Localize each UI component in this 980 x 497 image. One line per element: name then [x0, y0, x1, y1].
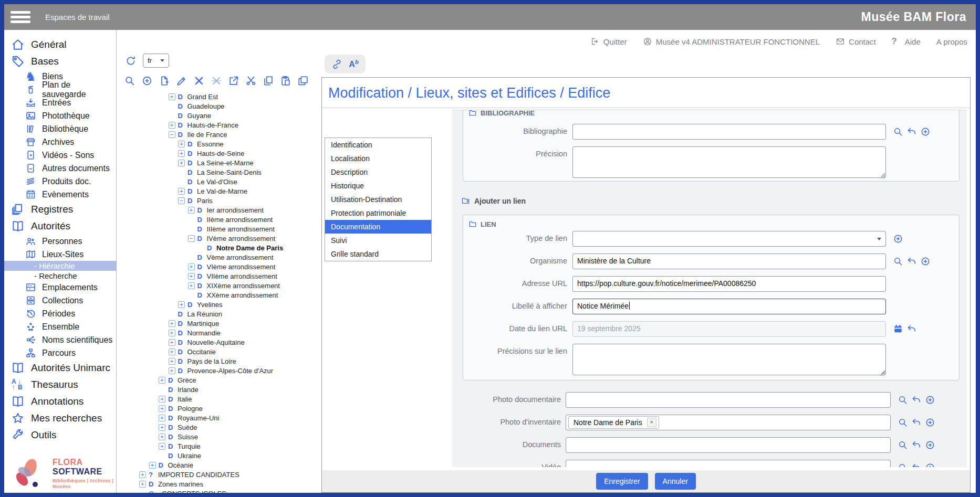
- undo-icon[interactable]: [906, 324, 917, 334]
- add-circle-icon[interactable]: [893, 234, 903, 244]
- tab-utilisation-destination[interactable]: Utilisation-Destination: [325, 193, 431, 206]
- sidebar-item-autorites[interactable]: Autorités: [4, 218, 116, 235]
- tree-node-guyane[interactable]: DGuyane: [117, 111, 321, 120]
- sidebar-item-noms-scientifiques[interactable]: Noms scientifiques: [4, 333, 116, 346]
- sidebar-item-annotations[interactable]: Annotations: [4, 393, 116, 410]
- sidebar-item-autres-documents[interactable]: Autres documents: [4, 162, 116, 175]
- tree-node-la-seine-et-marne[interactable]: +DLa Seine-et-Marne: [117, 158, 321, 167]
- photo-documentaire-input[interactable]: [566, 392, 891, 408]
- sidebar-item-periodes[interactable]: Périodes: [4, 307, 116, 320]
- delete-icon[interactable]: [193, 75, 205, 87]
- expand-plus-icon[interactable]: +: [188, 207, 195, 214]
- resize-handle-icon[interactable]: [880, 173, 885, 178]
- add-circle-icon[interactable]: [925, 462, 935, 467]
- tab-localisation[interactable]: Localisation: [325, 152, 431, 165]
- sidebar-item-videos-sons[interactable]: Vidéos - Sons: [4, 149, 116, 162]
- sidebar-item-plan-de-sauvegarde[interactable]: Plan de sauvegarde: [4, 83, 116, 96]
- tree-node-xx-me-arrondissement[interactable]: DXXème arrondissement: [117, 290, 321, 300]
- sidebar-item-parcours[interactable]: Parcours: [4, 346, 116, 359]
- tree-node-provence-alpes-c-te-d-azur[interactable]: +DProvence-Alpes-Côte d'Azur: [117, 366, 321, 375]
- organisme-input[interactable]: Ministère de la Culture: [572, 253, 886, 269]
- tree-node-le-val-de-marne[interactable]: +DLe Val-de-Marne: [117, 186, 321, 196]
- edit-icon[interactable]: [176, 75, 187, 87]
- duplicate-icon[interactable]: [297, 75, 309, 87]
- tree-node-notre-dame-de-paris[interactable]: DNotre Dame de Paris: [117, 243, 321, 252]
- tree-node-la-seine-saint-denis[interactable]: DLa Seine-Saint-Denis: [117, 167, 321, 177]
- tree-node-oc-anie[interactable]: +DOcéanie: [117, 460, 321, 470]
- tree-node-occitanie[interactable]: +DOccitanie: [117, 347, 321, 356]
- add-circle-icon[interactable]: [925, 417, 935, 428]
- sidebar-item-personnes[interactable]: Personnes: [4, 235, 116, 248]
- tree-node-grand-est[interactable]: +DGrand Est: [117, 92, 321, 101]
- sidebar-item-phototheque[interactable]: Photothèque: [4, 109, 116, 122]
- undo-icon[interactable]: [911, 417, 922, 428]
- sidebar-item-autorites-unimarc[interactable]: Autorités Unimarc: [4, 359, 116, 376]
- tree-node-xix-me-arrondissement[interactable]: +DXIXème arrondissement: [117, 281, 321, 290]
- tree-node-normandie[interactable]: +DNormandie: [117, 328, 321, 337]
- sidebar-item-recherche[interactable]: - Recherche: [4, 271, 116, 281]
- tree-node-v-me-arrondissement[interactable]: DVème arrondissement: [117, 252, 321, 262]
- tree-node-ii-me-arrondissement[interactable]: DIIème arrondissement: [117, 215, 321, 224]
- collapse-minus-icon[interactable]: −: [169, 131, 175, 138]
- expand-plus-icon[interactable]: +: [178, 150, 185, 157]
- collapse-minus-icon[interactable]: −: [188, 235, 195, 242]
- tree-node-concepts-isoles[interactable]: O_CONCEPTS ISOLES: [117, 489, 321, 493]
- tab-protection-patrimoniale[interactable]: Protection patrimoniale: [325, 206, 431, 220]
- link-a-propos[interactable]: A propos: [936, 37, 967, 46]
- type-de-lien-select[interactable]: [572, 231, 886, 247]
- sidebar-item-thesaurus[interactable]: A↓↑BThesaurus: [4, 376, 116, 393]
- link-contact[interactable]: Contact: [836, 37, 876, 46]
- tab-suivi[interactable]: Suivi: [325, 234, 431, 247]
- adresse-url-input[interactable]: https://pop.culture.gouv.fr/notice/merim…: [572, 276, 886, 292]
- expand-plus-icon[interactable]: +: [169, 367, 175, 374]
- add-circle-icon[interactable]: [925, 395, 935, 405]
- search-icon[interactable]: [124, 75, 135, 87]
- search-icon[interactable]: [898, 440, 908, 450]
- photo-d-inventaire-input[interactable]: Notre Dame de Paris×: [566, 415, 891, 430]
- tab-identification[interactable]: Identification: [325, 138, 431, 152]
- delete-disabled-icon[interactable]: [211, 75, 222, 87]
- tree-node-ier-arrondissement[interactable]: +DIer arrondissement: [117, 205, 321, 215]
- paste-icon[interactable]: [280, 75, 291, 87]
- expand-plus-icon[interactable]: +: [169, 339, 175, 346]
- add-circle-icon[interactable]: [920, 126, 931, 137]
- pr-cisions-sur-le-lien-textarea[interactable]: [572, 344, 886, 375]
- sidebar-item-ensemble[interactable]: Ensemble: [4, 320, 116, 333]
- pr-cision-textarea[interactable]: [572, 146, 886, 178]
- tree-node-turquie[interactable]: +DTurquie: [117, 441, 321, 451]
- expand-plus-icon[interactable]: +: [169, 330, 175, 336]
- link-quitter[interactable]: Quitter: [590, 37, 627, 46]
- tree-node-martinique[interactable]: +DMartinique: [117, 319, 321, 328]
- expand-plus-icon[interactable]: +: [178, 160, 185, 166]
- tree-node-ukraine[interactable]: DUkraine: [117, 451, 321, 460]
- tree-node-paris[interactable]: −DParis: [117, 196, 321, 205]
- hamburger-menu-icon[interactable]: [11, 9, 30, 25]
- sidebar-item-collections[interactable]: Collections: [4, 294, 116, 307]
- link-aide[interactable]: ?Aide: [892, 37, 921, 46]
- add-circle-icon[interactable]: [920, 256, 931, 267]
- expand-plus-icon[interactable]: +: [178, 141, 185, 147]
- ab-language-icon[interactable]: Ab: [349, 59, 358, 69]
- documents-input[interactable]: [566, 437, 891, 453]
- expand-plus-icon[interactable]: +: [178, 301, 185, 308]
- sidebar-item-lieux-sites[interactable]: Lieux-Sites: [4, 248, 116, 261]
- tree-node-royaume-uni[interactable]: +DRoyaume-Uni: [117, 413, 321, 422]
- undo-icon[interactable]: [911, 462, 922, 467]
- tab-grille-standard[interactable]: Grille standard: [325, 247, 431, 261]
- libell-afficher-input[interactable]: Notice Mérimée: [572, 299, 886, 314]
- expand-plus-icon[interactable]: +: [149, 462, 156, 469]
- copy-icon[interactable]: [263, 75, 274, 87]
- save-button[interactable]: Enregistrer: [596, 473, 648, 490]
- sidebar-item-bibliotheque[interactable]: Bibliothèque: [4, 122, 116, 135]
- tree-node-nouvelle-aquitaine[interactable]: +DNouvelle-Aquitaine: [117, 337, 321, 347]
- date-du-lien-url-input[interactable]: 19 septembre 2025: [572, 321, 886, 337]
- cut-icon[interactable]: [245, 75, 257, 87]
- search-icon[interactable]: [898, 395, 908, 405]
- expand-plus-icon[interactable]: +: [169, 122, 175, 129]
- expand-plus-icon[interactable]: +: [188, 273, 195, 280]
- undo-icon[interactable]: [911, 440, 922, 450]
- tree-node-hauts-de-france[interactable]: +DHauts-de-France: [117, 120, 321, 130]
- sidebar-item-general[interactable]: Général: [4, 36, 116, 53]
- expand-plus-icon[interactable]: +: [188, 263, 195, 270]
- collapse-minus-icon[interactable]: −: [178, 197, 185, 204]
